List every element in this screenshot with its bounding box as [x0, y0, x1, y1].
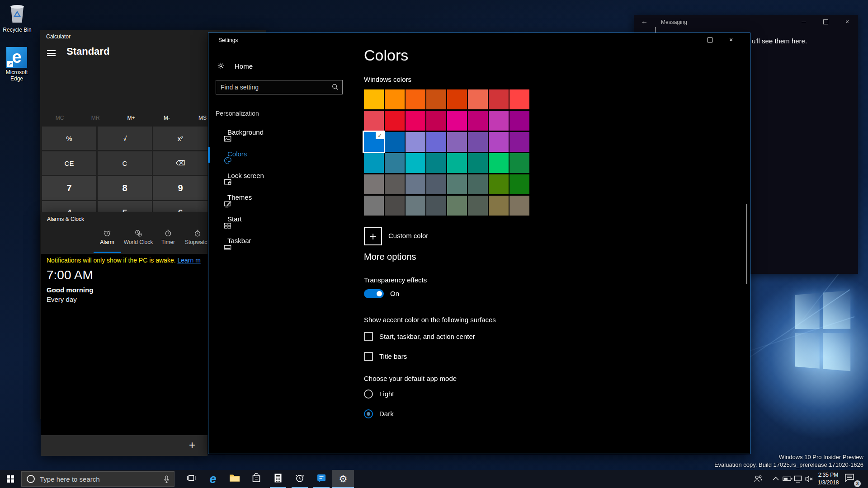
color-swatch-#8764b8[interactable] — [447, 132, 467, 152]
color-swatch-#ff8c00[interactable] — [385, 89, 405, 109]
sidebar-item-taskbar[interactable]: Taskbar — [208, 232, 347, 252]
checkbox-title-bars[interactable] — [364, 352, 373, 361]
memory-button-ms[interactable]: MS — [198, 115, 207, 121]
people-icon[interactable] — [753, 474, 763, 483]
start-button[interactable] — [0, 470, 21, 488]
tab-alarm-selected[interactable]: Alarm — [91, 229, 123, 245]
calc-key-8[interactable]: 8 — [98, 176, 152, 200]
color-swatch-#e3008c[interactable] — [447, 111, 467, 131]
sidebar-item-colors[interactable]: Colors — [208, 145, 347, 165]
color-swatch-#c30052[interactable] — [426, 111, 446, 131]
color-swatch-#ffb900[interactable] — [364, 89, 384, 109]
calc-key-%[interactable]: % — [42, 127, 96, 150]
sidebar-item-lock[interactable]: Lock screen — [208, 167, 347, 187]
calculator-mode-title[interactable]: Standard — [66, 46, 109, 57]
color-swatch-#486860[interactable] — [468, 174, 488, 194]
color-swatch-#7a7574[interactable] — [364, 174, 384, 194]
taskbar-button-messaging[interactable] — [311, 470, 332, 488]
taskbar-clock[interactable]: 2:35 PM 1/3/2018 — [816, 471, 841, 487]
calc-key-CE[interactable]: CE — [42, 151, 96, 175]
sidebar-item-home[interactable]: Home — [216, 59, 347, 74]
radio-light[interactable] — [364, 389, 373, 399]
color-swatch-#7e735f[interactable] — [509, 196, 529, 216]
custom-color-button[interactable]: + — [364, 227, 382, 245]
calc-key-C[interactable]: C — [98, 151, 152, 175]
color-swatch-#767676[interactable] — [364, 196, 384, 216]
color-swatch-#6b69d6[interactable] — [426, 132, 446, 152]
transparency-toggle[interactable] — [364, 289, 384, 298]
color-swatch-#ea005e[interactable] — [406, 111, 425, 131]
hamburger-menu-icon[interactable] — [47, 50, 56, 56]
radio-dark[interactable] — [364, 409, 373, 418]
color-swatch-#744da9[interactable] — [468, 132, 488, 152]
tab-worldclock[interactable]: World Clock — [122, 229, 155, 245]
network-icon[interactable] — [794, 475, 803, 483]
color-swatch-#e81123[interactable] — [385, 111, 405, 131]
maximize-button[interactable] — [701, 33, 719, 47]
sidebar-item-background[interactable]: Background — [208, 123, 347, 143]
color-swatch-#f7630c[interactable] — [406, 89, 425, 109]
sidebar-item-start[interactable]: Start — [208, 210, 347, 230]
color-swatch-#c239b3[interactable] — [489, 111, 509, 131]
learn-more-link[interactable]: Learn m — [177, 257, 200, 264]
color-swatch-#00cc6a[interactable] — [489, 153, 509, 173]
color-swatch-#567c73[interactable] — [447, 174, 467, 194]
color-swatch-#018574[interactable] — [468, 153, 488, 173]
microphone-icon[interactable] — [164, 475, 170, 483]
calc-key-9[interactable]: 9 — [153, 176, 208, 200]
close-button[interactable]: × — [722, 33, 740, 47]
color-swatch-#847545[interactable] — [489, 196, 509, 216]
color-swatch-#ca5010[interactable] — [426, 89, 446, 109]
color-swatch-#bf0077[interactable] — [468, 111, 488, 131]
memory-button-mr[interactable]: MR — [91, 115, 100, 121]
taskbar-button-alarms[interactable] — [289, 470, 311, 488]
action-center-button[interactable]: 3 — [844, 473, 860, 486]
alarm-time[interactable]: 7:00 AM — [47, 268, 93, 282]
color-swatch-#0078d7[interactable]: ✓ — [364, 132, 384, 152]
tab-timer[interactable]: Timer — [152, 229, 184, 245]
color-swatch-#e74856[interactable] — [364, 111, 384, 131]
color-swatch-#107c10[interactable] — [509, 174, 529, 194]
volume-muted-icon[interactable] — [804, 475, 813, 483]
color-swatch-#8e8cd8[interactable] — [406, 132, 425, 152]
color-swatch-#00b7c3[interactable] — [406, 153, 425, 173]
color-swatch-#10893e[interactable] — [509, 153, 529, 173]
color-swatch-#4a5459[interactable] — [426, 196, 446, 216]
color-swatch-#69797e[interactable] — [406, 196, 425, 216]
desktop-icon-microsoft-edge[interactable]: e ↗ Microsoft Edge — [2, 47, 31, 82]
color-swatch-#525e54[interactable] — [468, 196, 488, 216]
taskbar-button-settings[interactable]: ⚙ — [332, 470, 354, 488]
minimize-button[interactable] — [679, 33, 698, 47]
color-swatch-#5d5a58[interactable] — [385, 174, 405, 194]
battery-icon[interactable] — [783, 476, 793, 482]
calc-key-⌫[interactable]: ⌫ — [153, 151, 208, 175]
memory-button-m-[interactable]: M- — [164, 115, 170, 121]
color-swatch-#038387[interactable] — [426, 153, 446, 173]
color-swatch-#515c6b[interactable] — [426, 174, 446, 194]
color-swatch-#ff4343[interactable] — [509, 89, 529, 109]
memory-button-mc[interactable]: MC — [56, 115, 64, 121]
taskbar-button-store[interactable] — [245, 470, 267, 488]
back-arrow-icon[interactable]: ← — [641, 17, 648, 25]
sidebar-item-themes[interactable]: Themes — [208, 188, 347, 208]
settings-search-input[interactable]: Find a setting — [216, 80, 343, 94]
minimize-button[interactable] — [795, 15, 813, 28]
color-swatch-#0099bc[interactable] — [364, 153, 384, 173]
color-swatch-#647c64[interactable] — [447, 196, 467, 216]
calc-key-√[interactable]: √ — [98, 127, 152, 150]
taskbar-search-input[interactable]: Type here to search — [21, 471, 175, 487]
color-swatch-#0063b1[interactable] — [385, 132, 405, 152]
taskbar-button-file-explorer[interactable] — [224, 470, 245, 488]
color-swatch-#4c4a48[interactable] — [385, 196, 405, 216]
color-swatch-#00b294[interactable] — [447, 153, 467, 173]
taskbar-button-task-view[interactable] — [180, 470, 202, 488]
tab-stopwatch[interactable]: Stopwatch — [181, 229, 208, 245]
color-swatch-#b146c2[interactable] — [489, 132, 509, 152]
desktop-icon-recycle-bin[interactable]: Recycle Bin — [3, 3, 32, 33]
color-swatch-#9a0089[interactable] — [509, 111, 529, 131]
close-button[interactable]: × — [838, 15, 856, 28]
color-swatch-#68768a[interactable] — [406, 174, 425, 194]
color-swatch-#ef6950[interactable] — [468, 89, 488, 109]
maximize-button[interactable] — [816, 15, 835, 28]
color-swatch-#2d7d9a[interactable] — [385, 153, 405, 173]
